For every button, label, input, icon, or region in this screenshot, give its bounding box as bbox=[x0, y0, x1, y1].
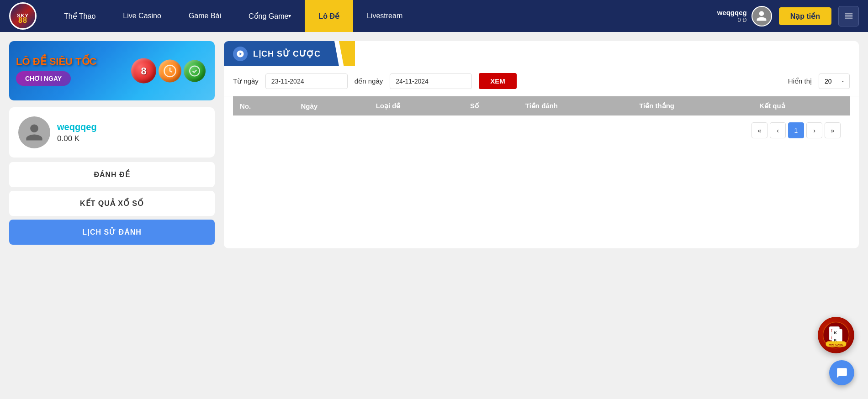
ket-qua-xo-so-button[interactable]: KẾT QUẢ XỔ SỐ bbox=[9, 191, 215, 216]
user-details: weqgqeg 0 Đ bbox=[717, 9, 747, 23]
promo-banner: LÔ ĐỀ SIÊU TỐC CHƠI NGAY 8 bbox=[9, 41, 215, 100]
nav-item-lo-de[interactable]: Lô Đề bbox=[305, 0, 353, 32]
bet-table: No. Ngày Loại đề Số Tiền đánh Tiền thắng… bbox=[233, 96, 850, 116]
nav-item-livestream[interactable]: Livestream bbox=[353, 0, 416, 32]
user-card-name: weqgqeg bbox=[57, 122, 97, 132]
pagination: « ‹ 1 › » bbox=[233, 116, 850, 145]
col-tien-danh: Tiền đánh bbox=[519, 96, 632, 116]
page-last-btn[interactable]: » bbox=[825, 122, 841, 138]
col-no: No. bbox=[233, 96, 294, 116]
page-next-btn[interactable]: › bbox=[806, 122, 822, 138]
panel-header-triangle bbox=[339, 41, 355, 66]
promo-content: LÔ ĐỀ SIÊU TỐC CHƠI NGAY bbox=[16, 56, 96, 86]
page-current-btn[interactable]: 1 bbox=[788, 122, 804, 138]
promo-sub: CHƠI NGAY bbox=[16, 71, 96, 86]
ball-green bbox=[184, 60, 206, 82]
balls-area: 8 bbox=[131, 58, 206, 84]
nav-avatar[interactable] bbox=[752, 6, 772, 26]
col-tien-thang: Tiền thắng bbox=[632, 96, 752, 116]
page-prev-btn[interactable]: ‹ bbox=[770, 122, 786, 138]
panel-title-section: LỊCH SỬ CƯỢC bbox=[224, 41, 339, 66]
user-info: weqgqeg 0 Đ bbox=[717, 6, 772, 26]
svg-text:K: K bbox=[834, 331, 837, 335]
mini-game-widget[interactable]: K K K K MINI GAME bbox=[818, 317, 854, 353]
settings-icon[interactable] bbox=[838, 6, 859, 26]
svg-text:MINI GAME: MINI GAME bbox=[829, 343, 843, 346]
user-avatar bbox=[18, 116, 50, 148]
panel-title: LỊCH SỬ CƯỢC bbox=[253, 49, 321, 59]
tu-ngay-input[interactable] bbox=[265, 74, 348, 89]
ball-8: 8 bbox=[131, 58, 156, 84]
panel-header-area: LỊCH SỬ CƯỢC bbox=[224, 41, 859, 66]
col-so: Số bbox=[463, 96, 519, 116]
svg-point-1 bbox=[190, 66, 200, 76]
nav-right: weqgqeg 0 Đ Nạp tiền bbox=[717, 6, 859, 26]
mini-game-inner: K K K K MINI GAME bbox=[818, 317, 854, 353]
col-ngay: Ngày bbox=[294, 96, 369, 116]
den-ngay-label: đến ngày bbox=[355, 77, 383, 85]
hien-thi-label: Hiển thị bbox=[788, 77, 812, 85]
panel-icon bbox=[233, 47, 248, 61]
navbar: Thể Thao Live Casino Game Bài Cổng Game … bbox=[0, 0, 868, 32]
den-ngay-input[interactable] bbox=[390, 74, 472, 89]
xem-button[interactable]: XEM bbox=[479, 73, 517, 89]
main-panel: LỊCH SỬ CƯỢC Từ ngày đến ngày XEM Hiển t… bbox=[224, 41, 859, 248]
chat-button[interactable] bbox=[829, 360, 854, 385]
promo-title: LÔ ĐỀ SIÊU TỐC bbox=[16, 56, 96, 68]
danh-de-button[interactable]: ĐÁNH ĐỀ bbox=[9, 162, 215, 187]
col-loai-de: Loại đề bbox=[369, 96, 463, 116]
nav-username: weqgqeg bbox=[717, 9, 747, 16]
ball-orange bbox=[159, 59, 181, 82]
logo-icon bbox=[9, 2, 37, 30]
sidebar: LÔ ĐỀ SIÊU TỐC CHƠI NGAY 8 weqg bbox=[9, 41, 215, 248]
filter-row: Từ ngày đến ngày XEM Hiển thị 20 50 100 bbox=[224, 66, 859, 96]
lich-su-danh-button[interactable]: LỊCH SỬ ĐÁNH bbox=[9, 220, 215, 245]
nav-items: Thể Thao Live Casino Game Bài Cổng Game … bbox=[50, 0, 717, 32]
user-card: weqgqeg 0.00 K bbox=[9, 107, 215, 158]
user-card-balance: 0.00 K bbox=[57, 134, 97, 143]
hien-thi-select[interactable]: 20 50 100 bbox=[819, 74, 850, 89]
col-ket-qua: Kết quả bbox=[752, 96, 850, 116]
nav-item-game-bai[interactable]: Game Bài bbox=[175, 0, 235, 32]
choi-ngay-button[interactable]: CHƠI NGAY bbox=[16, 71, 71, 86]
svg-rect-6 bbox=[832, 329, 842, 343]
page-first-btn[interactable]: « bbox=[752, 122, 767, 138]
nav-balance: 0 Đ bbox=[717, 16, 747, 23]
nap-tien-button[interactable]: Nạp tiền bbox=[779, 7, 831, 25]
tu-ngay-label: Từ ngày bbox=[233, 77, 259, 85]
main-content: LÔ ĐỀ SIÊU TỐC CHƠI NGAY 8 weqg bbox=[0, 32, 868, 257]
table-area: No. Ngày Loại đề Số Tiền đánh Tiền thắng… bbox=[224, 96, 859, 154]
nav-item-the-thao[interactable]: Thể Thao bbox=[50, 0, 109, 32]
user-card-info: weqgqeg 0.00 K bbox=[57, 122, 97, 143]
nav-item-cong-game[interactable]: Cổng Game bbox=[235, 0, 305, 32]
logo-area[interactable] bbox=[9, 2, 37, 30]
nav-item-live-casino[interactable]: Live Casino bbox=[109, 0, 175, 32]
